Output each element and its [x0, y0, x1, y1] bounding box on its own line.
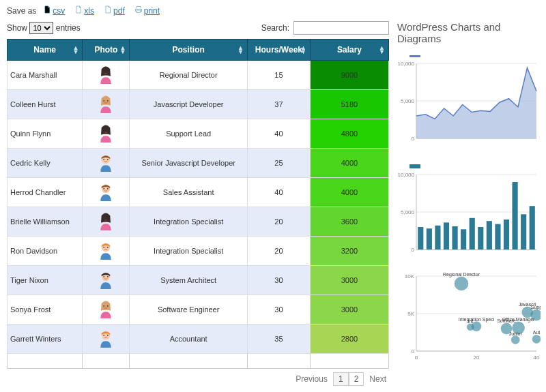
svg-text:0: 0 — [415, 355, 418, 361]
svg-point-87 — [467, 324, 474, 331]
table-row[interactable]: Quinn Flynn Support Lead 40 4800 — [8, 119, 389, 149]
export-csv-link[interactable]: csv — [43, 5, 65, 16]
cell-salary: 5180 — [310, 90, 388, 119]
table-row[interactable]: Herrod Chandler Sales Assistant 40 4000 — [8, 178, 389, 207]
table-row[interactable]: Cara Marshall Regional Director 15 9000 — [8, 61, 389, 90]
cell-photo — [83, 119, 130, 149]
table-row[interactable]: Garrett Winters Accountant 35 2800 — [8, 325, 389, 354]
search-label: Search: — [261, 23, 289, 33]
cell-hours: 40 — [247, 119, 310, 149]
legend-swatch — [410, 55, 420, 57]
svg-point-4 — [104, 100, 105, 102]
svg-text:Supp: Supp — [531, 305, 541, 310]
cell-photo — [83, 237, 130, 266]
previous-button[interactable]: Previous — [296, 374, 328, 384]
filter-position-input[interactable] — [130, 356, 241, 366]
col-position[interactable]: Position▲▼ — [130, 40, 248, 61]
cell-hours: 40 — [247, 178, 310, 207]
table-controls: Show 10 entries Search: — [7, 21, 389, 35]
bubble-chart: 05K10K02040Regional DirectorIntegration … — [397, 272, 541, 363]
svg-text:5K: 5K — [407, 311, 414, 317]
cell-name: Quinn Flynn — [8, 119, 83, 149]
svg-point-28 — [104, 335, 105, 336]
svg-point-83 — [511, 336, 519, 344]
cell-hours: 30 — [247, 266, 310, 295]
table-row[interactable]: Cedric Kelly Senior Javascript Developer… — [8, 149, 389, 178]
col-hours[interactable]: Hours/Week▲▼ — [247, 40, 310, 61]
file-icon — [74, 5, 83, 16]
cell-salary: 3000 — [310, 266, 388, 295]
svg-rect-53 — [478, 227, 483, 250]
svg-point-17 — [107, 217, 109, 219]
svg-text:Int: Int — [468, 319, 473, 324]
cell-photo — [83, 266, 130, 295]
filter-name-input[interactable] — [8, 356, 78, 366]
pager: Previous 12 Next — [7, 369, 389, 389]
cell-hours: 25 — [247, 149, 310, 178]
cell-name: Herrod Chandler — [8, 178, 83, 207]
page-1[interactable]: 1 — [333, 372, 349, 386]
table-row[interactable]: Ron Davidson Integration Specialist 20 3… — [8, 237, 389, 266]
col-salary[interactable]: Salary▲▼ — [310, 40, 388, 61]
svg-text:Integration Speci: Integration Speci — [459, 317, 495, 322]
svg-rect-50 — [452, 226, 457, 250]
svg-point-2 — [107, 71, 109, 72]
svg-point-26 — [107, 305, 109, 307]
svg-text:10,000: 10,000 — [398, 172, 415, 178]
cell-salary: 4000 — [310, 149, 388, 178]
svg-point-8 — [107, 130, 109, 131]
svg-point-1 — [104, 71, 105, 72]
export-print-link[interactable]: print — [134, 5, 160, 16]
cell-photo — [83, 207, 130, 237]
svg-text:Aut: Aut — [533, 330, 541, 335]
filter-hours-input[interactable] — [248, 356, 306, 366]
search-input[interactable] — [293, 21, 389, 35]
cell-position: Senior Javascript Developer — [130, 149, 248, 178]
svg-point-5 — [107, 100, 109, 102]
table-row[interactable]: Sonya Frost Software Engineer 30 3000 — [8, 295, 389, 325]
table-row[interactable]: Colleen Hurst Javascript Developer 37 51… — [8, 90, 389, 119]
filter-photo-input[interactable] — [83, 356, 127, 366]
cell-salary: 3600 — [310, 207, 388, 237]
file-icon — [43, 5, 51, 16]
export-xls-link[interactable]: xls — [74, 5, 94, 16]
export-pdf-link[interactable]: pdf — [104, 5, 125, 16]
filter-salary-input[interactable] — [311, 356, 384, 366]
export-bar: Save as csv xls pdf print — [7, 5, 539, 16]
sort-icon: ▲▼ — [238, 46, 244, 54]
data-table: Name▲▼ Photo▲▼ Position▲▼ Hours/Week▲▼ S… — [7, 39, 389, 369]
next-button[interactable]: Next — [369, 374, 386, 384]
svg-rect-52 — [470, 218, 475, 250]
svg-point-81 — [531, 310, 541, 320]
cell-photo — [83, 61, 130, 90]
svg-text:0: 0 — [412, 136, 415, 142]
page-2[interactable]: 2 — [349, 372, 364, 386]
svg-point-11 — [107, 159, 109, 160]
col-photo[interactable]: Photo▲▼ — [83, 40, 130, 61]
area-chart: 05,00010,000 — [397, 50, 541, 150]
show-label: Show — [7, 23, 27, 33]
cell-name: Sonya Frost — [8, 295, 83, 325]
svg-point-71 — [455, 277, 468, 290]
svg-text:40: 40 — [534, 355, 540, 361]
svg-rect-47 — [427, 228, 432, 250]
svg-text:Junior: Junior — [509, 331, 523, 336]
cell-photo — [83, 178, 130, 207]
table-row[interactable]: Tiger Nixon System Architect 30 3000 — [8, 266, 389, 295]
svg-rect-59 — [530, 206, 535, 250]
save-as-label: Save as — [7, 6, 36, 16]
svg-text:10K: 10K — [405, 273, 415, 280]
svg-point-14 — [107, 188, 109, 190]
col-name[interactable]: Name▲▼ — [8, 40, 83, 61]
svg-text:0: 0 — [412, 348, 415, 355]
legend-swatch — [410, 164, 420, 168]
table-row[interactable]: Brielle Williamson Integration Specialis… — [8, 207, 389, 237]
cell-position: Sales Assistant — [130, 178, 248, 207]
sort-icon: ▲▼ — [379, 46, 385, 54]
entries-select[interactable]: 10 — [29, 22, 53, 34]
svg-point-22 — [104, 276, 105, 277]
table-footer-row — [8, 354, 389, 369]
cell-name: Ron Davidson — [8, 237, 83, 266]
svg-point-7 — [104, 130, 105, 131]
cell-hours: 20 — [247, 237, 310, 266]
